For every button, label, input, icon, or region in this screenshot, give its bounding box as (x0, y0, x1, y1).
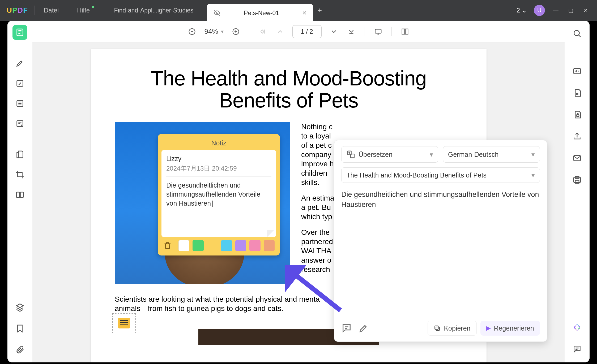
color-purple[interactable] (235, 240, 246, 251)
color-green[interactable] (193, 240, 203, 251)
pages-panel-button[interactable] (12, 147, 27, 162)
menu-help[interactable]: Hilfe (68, 7, 99, 14)
zoom-value[interactable]: 94%▾ (204, 27, 223, 36)
svg-point-6 (574, 31, 579, 36)
svg-rect-20 (436, 327, 440, 331)
color-blue[interactable] (221, 240, 232, 251)
color-yellow[interactable] (207, 240, 218, 251)
prev-page-button[interactable] (275, 26, 285, 37)
svg-rect-8 (577, 115, 579, 116)
sticky-date: 2024年7月13日 20:42:59 (166, 164, 271, 177)
color-orange[interactable] (264, 240, 275, 251)
presentation-button[interactable] (373, 26, 383, 37)
share-button[interactable] (570, 129, 584, 143)
window-count[interactable]: 2⌄ (517, 7, 527, 14)
zoom-out-button[interactable] (187, 26, 197, 37)
layers-button[interactable] (12, 300, 27, 315)
ai-mode-select[interactable]: Übersetzen ▾ (341, 146, 438, 163)
tab-close-icon[interactable]: ✕ (302, 10, 307, 16)
maximize-button[interactable]: ▢ (567, 6, 575, 14)
next-page-button[interactable] (329, 26, 339, 37)
sticky-textarea[interactable]: Die gesundheitlichen und stimmungsaufhel… (166, 181, 271, 208)
delete-note-button[interactable] (163, 241, 172, 250)
chevron-down-icon: ▾ (430, 151, 433, 158)
sticky-note-popup: Notiz Lizzy 2024年7月13日 20:42:59 Die gesu… (158, 134, 280, 255)
titlebar: UPDF Datei Hilfe Find-and-Appl...igher-S… (0, 0, 597, 21)
doc-canvas[interactable]: The Health and Mood-Boosting Benefits of… (32, 42, 565, 362)
color-pink[interactable] (249, 240, 260, 251)
doc-title: The Health and Mood-Boosting Benefits of… (115, 67, 463, 111)
send-icon: ▶ (486, 325, 491, 332)
zoom-in-button[interactable] (231, 26, 241, 37)
ai-output-text: Die gesundheitlichen und stimmungsaufhel… (341, 190, 540, 210)
edit-text-button[interactable] (12, 76, 27, 91)
page-organize-button[interactable] (12, 96, 27, 111)
ai-source-text[interactable]: The Health and Mood-Boosting Benefits of… (341, 167, 540, 183)
comments-button[interactable] (570, 342, 584, 356)
reader-mode-button[interactable] (12, 25, 27, 40)
sticky-author: Lizzy (166, 155, 271, 163)
chevron-down-icon: ⌄ (522, 7, 527, 14)
sticky-header: Notiz (161, 138, 276, 150)
regenerate-button[interactable]: ▶Regenerieren (480, 321, 540, 336)
avatar[interactable]: U (534, 5, 545, 16)
svg-rect-16 (402, 29, 404, 34)
tab-add-button[interactable]: + (313, 6, 326, 15)
first-page-button[interactable] (257, 26, 268, 37)
protect-button[interactable] (570, 108, 584, 122)
note-marker[interactable] (112, 313, 136, 333)
svg-rect-15 (375, 29, 381, 33)
bookmark-button[interactable] (12, 321, 27, 336)
svg-rect-21 (435, 326, 438, 329)
chevron-down-icon: ▾ (531, 151, 535, 158)
page-indicator[interactable]: 1 / 2 (292, 25, 322, 38)
insert-comment-button[interactable] (341, 323, 352, 333)
svg-rect-5 (20, 192, 23, 197)
ocr-button[interactable] (570, 64, 584, 78)
crop-button[interactable] (12, 167, 27, 182)
form-button[interactable] (12, 116, 27, 131)
hidden-eye-icon (213, 9, 221, 17)
ai-language-select[interactable]: German-Deutsch ▾ (443, 146, 540, 163)
ai-assistant-button[interactable] (570, 321, 584, 335)
minimize-button[interactable]: — (552, 6, 560, 14)
compare-button[interactable] (12, 187, 27, 202)
attachment-button[interactable] (12, 342, 27, 357)
convert-button[interactable] (570, 86, 584, 100)
app-logo: UPDF (0, 6, 35, 15)
tab-active[interactable]: Pets-New-01 ✕ (207, 4, 313, 22)
page-layout-button[interactable] (400, 26, 410, 37)
doc-toolbar: 94%▾ 1 / 2 (32, 21, 565, 42)
chevron-down-icon: ▾ (531, 171, 535, 179)
email-button[interactable] (570, 151, 584, 165)
highlighter-button[interactable] (12, 56, 27, 71)
color-white[interactable] (178, 240, 190, 251)
last-page-button[interactable] (346, 26, 357, 37)
tab-inactive[interactable]: Find-and-Appl...igher-Studies (101, 2, 207, 19)
search-button[interactable] (570, 27, 584, 40)
menu-file[interactable]: Datei (35, 7, 68, 14)
svg-rect-17 (405, 29, 408, 34)
right-rail (565, 21, 590, 362)
chevron-down-icon: ▾ (221, 28, 224, 35)
insert-highlight-button[interactable] (358, 323, 369, 333)
left-rail (7, 21, 32, 362)
print-button[interactable] (570, 173, 584, 187)
svg-rect-4 (16, 192, 19, 197)
close-button[interactable]: ✕ (582, 6, 590, 14)
copy-button[interactable]: Kopieren (428, 321, 476, 336)
ai-translate-panel: Übersetzen ▾ German-Deutsch ▾ The Health… (334, 140, 547, 342)
